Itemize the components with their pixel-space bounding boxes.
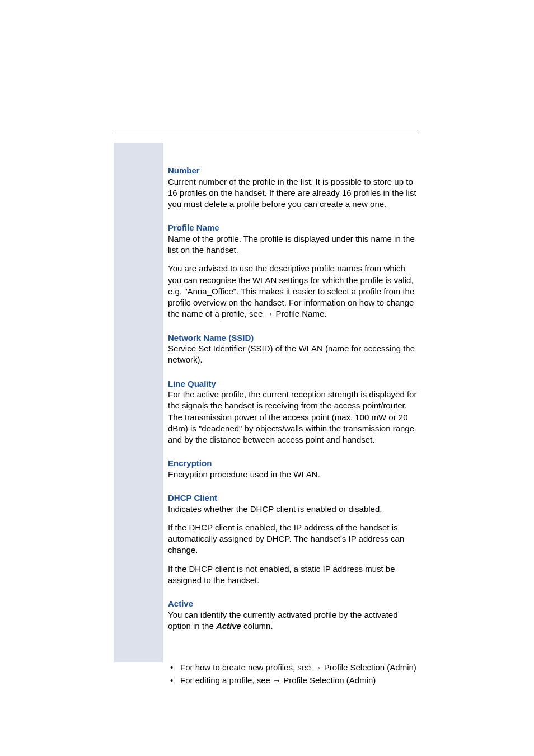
body-dhcp-2: If the DHCP client is enabled, the IP ad…: [168, 522, 421, 556]
list-item: For editing a profile, see → Profile Sel…: [180, 674, 421, 687]
body-dhcp-3: If the DHCP client is not enabled, a sta…: [168, 564, 421, 586]
body-dhcp-1: Indicates whether the DHCP client is ena…: [168, 504, 421, 515]
heading-number: Number: [168, 165, 421, 176]
heading-line-quality: Line Quality: [168, 378, 421, 389]
body-ssid: Service Set Identifier (SSID) of the WLA…: [168, 343, 421, 366]
header-rule: [114, 132, 420, 132]
sidebar-shade: [114, 143, 163, 662]
text-fragment: You can identify the currently activated…: [168, 610, 398, 631]
text-fragment: For editing a profile, see: [180, 675, 273, 685]
emphasis-active: Active: [216, 621, 241, 631]
body-profile-name-1: Name of the profile. The profile is disp…: [168, 233, 421, 256]
heading-encryption: Encryption: [168, 458, 421, 469]
text-fragment: Profile Name.: [273, 309, 326, 318]
body-line-quality: For the active profile, the current rece…: [168, 389, 421, 445]
reference-list: For how to create new profiles, see → Pr…: [168, 661, 421, 687]
heading-profile-name: Profile Name: [168, 222, 421, 233]
text-fragment: Profile Selection (Admin): [322, 663, 416, 672]
arrow-icon: →: [265, 309, 273, 318]
body-number: Current number of the profile in the lis…: [168, 176, 421, 210]
heading-dhcp: DHCP Client: [168, 492, 421, 504]
text-fragment: column.: [241, 621, 273, 631]
text-fragment: For how to create new profiles, see: [180, 663, 313, 672]
arrow-icon: →: [313, 663, 322, 672]
text-fragment: Profile Selection (Admin): [281, 675, 376, 685]
main-content: Number Current number of the profile in …: [168, 143, 421, 687]
heading-active: Active: [168, 598, 421, 609]
body-active: You can identify the currently activated…: [168, 609, 421, 632]
body-encryption: Encryption procedure used in the WLAN.: [168, 469, 421, 480]
heading-ssid: Network Name (SSID): [168, 332, 421, 344]
body-profile-name-2: You are advised to use the descriptive p…: [168, 263, 421, 320]
list-item: For how to create new profiles, see → Pr…: [180, 661, 421, 674]
arrow-icon: →: [273, 675, 281, 685]
